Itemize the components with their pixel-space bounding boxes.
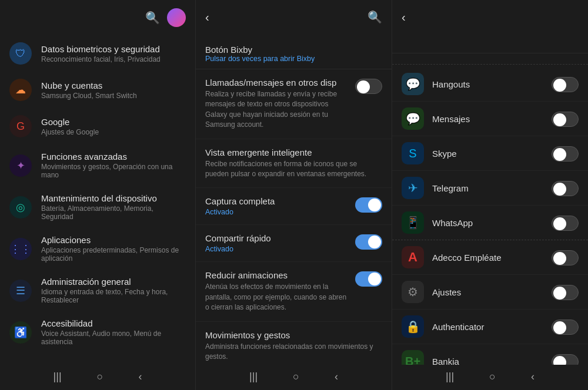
accesibilidad-subtitle: Voice Assistant, Audio mono, Menú de asi…	[41, 330, 186, 346]
biometricos-text: Datos biometricos y seguridad Reconocimi…	[41, 44, 186, 63]
hangouts-name: Hangouts	[432, 79, 552, 89]
search-icon[interactable]: 🔍	[145, 11, 160, 25]
admin-subtitle: Idioma y entrada de texto, Fecha y hora,…	[41, 288, 186, 304]
app-row-bankia: B+ Bankia	[392, 344, 588, 365]
nav-home-icon-right[interactable]: ○	[489, 371, 496, 383]
nav-back-icon-mid[interactable]: ‹	[335, 371, 338, 383]
mantenimiento-subtitle: Batería, Almacenamiento, Memoria, Seguri…	[41, 204, 186, 221]
settings-item-google[interactable]: G Google Ajustes de Google	[0, 108, 195, 144]
admin-title: Administración general	[41, 277, 186, 287]
bixby-title: Botón Bixby	[205, 45, 382, 55]
settings-item-accesibilidad[interactable]: ♿ Accesibilidad Voice Assistant, Audio m…	[0, 311, 195, 353]
aplicaciones-subtitle: Aplicaciones predeterminadas, Permisos d…	[41, 246, 186, 263]
mid-list: Botón Bixby Pulsar dos veces para abrir …	[196, 32, 392, 365]
auth-toggle[interactable]	[552, 320, 579, 335]
mid-nav: ||| ○ ‹	[196, 365, 392, 390]
apps-list: 💬 Hangouts 💬 Mensajes S Skype ✈ Telegram…	[392, 65, 588, 365]
funciones-subtitle: Movimientos y gestos, Operación con una …	[41, 163, 186, 179]
mid-row-movimientos[interactable]: Movimientos y gestos Administra funcione…	[196, 322, 392, 365]
accesibilidad-icon: ♿	[9, 321, 32, 344]
settings-list: 🛡 Datos biometricos y seguridad Reconoci…	[0, 33, 195, 365]
skype-name: Skype	[432, 149, 552, 159]
reducir-title: Reducir animaciones	[205, 270, 349, 280]
biometricos-title: Datos biometricos y seguridad	[41, 44, 186, 54]
mantenimiento-title: Mantenimiento del dispositivo	[41, 193, 186, 203]
funciones-text: Funciones avanzadas Movimientos y gestos…	[41, 152, 186, 179]
bankia-toggle[interactable]	[552, 354, 579, 365]
nav-back-icon[interactable]: ‹	[138, 371, 142, 383]
captura-toggle[interactable]	[355, 197, 382, 213]
mensajes-toggle[interactable]	[552, 112, 579, 127]
nav-menu-icon-right[interactable]: |||	[446, 371, 454, 383]
whatsapp-toggle[interactable]	[552, 216, 579, 231]
google-title: Google	[41, 117, 186, 127]
adecco-toggle[interactable]	[552, 250, 579, 265]
hangouts-toggle[interactable]	[552, 77, 579, 92]
nav-home-icon[interactable]: ○	[97, 371, 103, 383]
auth-icon: 🔒	[402, 315, 424, 338]
mensajes-icon: 💬	[402, 107, 424, 130]
skype-toggle[interactable]	[552, 146, 579, 162]
mensajes-toggle-knob	[553, 113, 566, 126]
auth-toggle-knob	[553, 321, 566, 334]
admin-icon: ☰	[9, 280, 32, 302]
compartir-toggle[interactable]	[355, 234, 382, 250]
aplicaciones-icon: ⋮⋮	[9, 238, 32, 260]
mid-row-vista[interactable]: Vista emergente inteligente Recibe notif…	[196, 139, 392, 189]
avatar[interactable]	[167, 8, 186, 27]
reducir-toggle[interactable]	[355, 271, 382, 287]
nav-back-icon-right[interactable]: ‹	[531, 371, 534, 383]
nube-text: Nube y cuentas Samsung Cloud, Smart Swit…	[41, 80, 186, 100]
nav-home-icon-mid[interactable]: ○	[293, 371, 299, 383]
auth-name: Authenticator	[432, 322, 552, 332]
whatsapp-icon: 📱	[402, 211, 424, 234]
settings-item-funciones[interactable]: ✦ Funciones avanzadas Movimientos y gest…	[0, 144, 195, 186]
nav-menu-icon[interactable]: |||	[54, 371, 62, 383]
app-row-whatsapp: 📱 WhatsApp	[392, 206, 588, 240]
captura-toggle-knob	[368, 199, 381, 211]
settings-item-admin[interactable]: ☰ Administración general Idioma y entrad…	[0, 270, 195, 311]
telegram-toggle[interactable]	[552, 181, 579, 196]
suggested-label	[392, 53, 588, 65]
movimientos-title: Movimientos y gestos	[205, 330, 376, 340]
mid-search-icon[interactable]: 🔍	[368, 10, 382, 24]
nube-title: Nube y cuentas	[41, 80, 186, 90]
compartir-toggle-knob	[368, 236, 381, 248]
reducir-desc: Atenúa los efectos de movimiento en la p…	[205, 282, 349, 312]
ajustes2-toggle[interactable]	[552, 285, 579, 300]
settings-item-nube[interactable]: ☁ Nube y cuentas Samsung Cloud, Smart Sw…	[0, 72, 195, 108]
settings-item-biometricos[interactable]: 🛡 Datos biometricos y seguridad Reconoci…	[0, 35, 195, 72]
nav-menu-icon-mid[interactable]: |||	[249, 371, 258, 383]
panel-right: ‹ 💬 Hangouts 💬 Mensajes S Skype ✈ Telegr…	[392, 0, 588, 390]
funciones-title: Funciones avanzadas	[41, 152, 186, 162]
aplicaciones-title: Aplicaciones	[41, 235, 186, 245]
skype-icon: S	[402, 142, 424, 164]
settings-item-aplicaciones[interactable]: ⋮⋮ Aplicaciones Aplicaciones predetermin…	[0, 228, 195, 270]
app-row-ajustes2: ⚙ Ajustes	[392, 275, 588, 310]
vista-desc: Recibe notificaciones en forma de iconos…	[205, 159, 376, 180]
nube-icon: ☁	[9, 79, 32, 101]
right-nav: ||| ○ ‹	[392, 365, 588, 390]
google-subtitle: Ajustes de Google	[41, 128, 186, 136]
mid-row-captura: Captura completa Activado	[196, 188, 392, 225]
panel-mid: ‹ 🔍 Botón Bixby Pulsar dos veces para ab…	[196, 0, 392, 390]
right-back-icon[interactable]: ‹	[402, 11, 406, 24]
llamadas-toggle-knob	[357, 80, 370, 93]
google-text: Google Ajustes de Google	[41, 117, 186, 136]
mantenimiento-text: Mantenimiento del dispositivo Batería, A…	[41, 193, 186, 221]
right-header: ‹	[392, 0, 588, 32]
mid-back-icon[interactable]: ‹	[205, 11, 209, 24]
app-row-hangouts: 💬 Hangouts	[392, 67, 588, 102]
mid-row-reducir: Reducir animaciones Atenúa los efectos d…	[196, 262, 392, 321]
settings-item-mantenimiento[interactable]: ◎ Mantenimiento del dispositivo Batería,…	[0, 186, 195, 228]
nube-subtitle: Samsung Cloud, Smart Switch	[41, 92, 186, 100]
mantenimiento-icon: ◎	[9, 196, 32, 218]
mid-section-bixby[interactable]: Botón Bixby Pulsar dos veces para abrir …	[196, 34, 392, 69]
adecco-name: Adecco Empléate	[432, 253, 552, 263]
llamadas-toggle[interactable]	[355, 79, 382, 94]
funciones-icon: ✦	[9, 154, 32, 177]
telegram-name: Telegram	[432, 183, 552, 193]
compartir-title: Compartir rápido	[205, 233, 349, 243]
hangouts-toggle-knob	[553, 79, 566, 92]
left-header: 🔍	[0, 0, 195, 33]
